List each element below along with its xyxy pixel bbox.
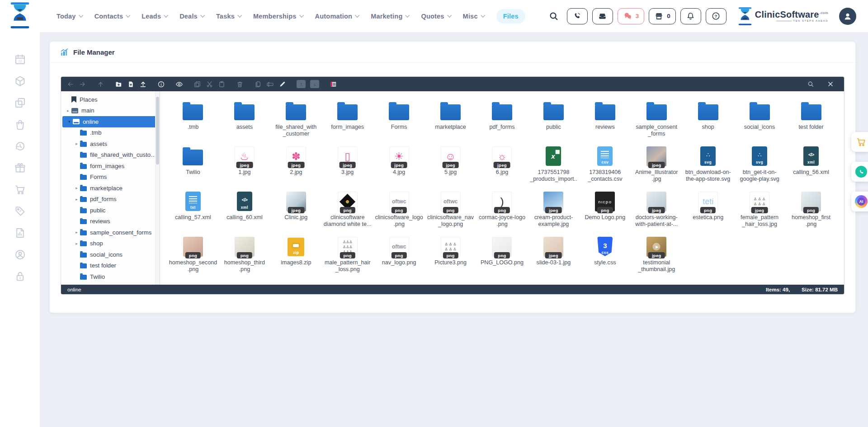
file-item[interactable]: ∴svgbtn_download-on- the-app-store.svg — [682, 140, 734, 184]
file-item[interactable]: ♨jpeg1.jpg — [219, 140, 270, 184]
floating-phone-button[interactable] — [851, 162, 868, 182]
toolbar-archive-button[interactable]: ↑ — [297, 80, 306, 88]
tree-item-sample_consent_forms[interactable]: ▸sample_consent_forms — [61, 227, 160, 238]
sidebar-cart-icon[interactable] — [14, 183, 26, 196]
file-item[interactable]: oftwcpngclinicsoftware_logo .png — [373, 185, 425, 229]
file-item[interactable]: oftwcpngnav_logo.png — [373, 230, 425, 274]
file-item[interactable]: x▦1737551798 _products_import.. — [528, 140, 579, 184]
tree-item-online[interactable]: ▾online — [62, 116, 158, 127]
tree-item-file_shared_with_customer[interactable]: file_shared_with_customer — [61, 150, 160, 161]
toolbar-preview-button[interactable] — [175, 80, 183, 88]
tree-scrollbar-thumb[interactable] — [156, 97, 159, 164]
sidebar-shopping-bag-icon[interactable] — [14, 118, 26, 131]
file-item[interactable]: ☺jpeg5.jpg — [425, 140, 476, 184]
nav-item-files[interactable]: Files — [496, 9, 525, 23]
phone-button[interactable] — [567, 8, 588, 24]
nav-item-leads[interactable]: Leads — [142, 13, 167, 20]
tree-item-form_images[interactable]: form_images — [61, 160, 160, 172]
clinicsoftware-logo-icon[interactable] — [9, 2, 30, 28]
tree-arrow[interactable]: ▸ — [73, 241, 80, 246]
toolbar-info-button[interactable] — [157, 80, 165, 88]
toolbar-delete-button[interactable] — [236, 80, 244, 88]
file-item[interactable]: social_icons — [734, 95, 785, 139]
file-item[interactable]: ☀jpeg4.jpg — [373, 140, 425, 184]
store-button[interactable]: 0 — [649, 8, 676, 24]
file-item[interactable]: pngPNG_LOGO.png — [476, 230, 528, 274]
brand-logo[interactable]: ClinicSoftware.com TEN STEPS AHEAD — [738, 7, 828, 25]
tree-arrow[interactable]: ▸ — [73, 230, 80, 235]
file-item[interactable]: public — [528, 95, 579, 139]
tree-item-forms[interactable]: Forms — [61, 172, 160, 183]
tree-arrow[interactable]: ▸ — [73, 186, 80, 190]
tree-arrow[interactable]: ▸ — [73, 141, 80, 146]
file-item[interactable]: shop — [682, 95, 734, 139]
file-item[interactable]: pnghomeshop_first .png — [785, 185, 837, 229]
toolbar-duplicate-button[interactable] — [254, 80, 262, 88]
nav-item-marketing[interactable]: Marketing — [371, 13, 409, 20]
tree-item-shop[interactable]: ▸shop — [61, 238, 160, 249]
toolbar-upload-button[interactable] — [139, 80, 147, 88]
file-item[interactable]: ♙♙♙ ♙♙♙ ♙♙♙pngmale_pattern_hair _loss.pn… — [322, 230, 373, 274]
nav-item-memberships[interactable]: Memberships — [253, 13, 303, 20]
help-button[interactable]: ? — [706, 8, 726, 24]
toolbar-paste-button[interactable] — [218, 80, 226, 88]
toolbar-search-icon[interactable] — [807, 80, 814, 88]
file-item[interactable]: Forms — [373, 95, 425, 139]
file-item[interactable]: assets — [219, 95, 270, 139]
toolbar-copy-button[interactable] — [193, 80, 201, 88]
file-item[interactable]: pngclinicsoftware diamond white te... — [322, 185, 373, 229]
file-item[interactable]: 3cssstyle.css — [579, 230, 631, 274]
user-avatar[interactable] — [839, 8, 856, 25]
nav-item-quotes[interactable]: Quotes — [421, 13, 450, 20]
file-item[interactable]: ∴svgbtn_get-it-on- google-play.svg — [734, 140, 785, 184]
file-item[interactable]: test folder — [785, 95, 837, 139]
file-item[interactable]: pnghomeshop_second .png — [167, 230, 219, 274]
file-item[interactable]: </>xmlcalling_56.xml — [785, 140, 837, 184]
search-icon[interactable] — [548, 11, 559, 21]
sidebar-account-icon[interactable] — [14, 249, 26, 261]
sidebar-calendar-icon[interactable]: 12 — [14, 53, 26, 66]
tree-item-reviews[interactable]: reviews — [61, 216, 160, 227]
nav-item-contacts[interactable]: Contacts — [94, 13, 130, 20]
sidebar-gift-icon[interactable] — [14, 162, 26, 174]
toolbar-new-folder-button[interactable] — [115, 80, 123, 88]
file-item[interactable]: sample_consent _forms — [631, 95, 682, 139]
toolbar-edit-button[interactable] — [278, 80, 286, 88]
file-item[interactable]: jpegslide-03-1.jpg — [528, 230, 579, 274]
file-item[interactable]: ♙ ♙ ♙ ♙ ♙ ♙jpegfemale_pattern _hair_loss… — [734, 185, 785, 229]
file-item[interactable]: txtcalling_57.xml — [167, 185, 219, 229]
toolbar-new-file-button[interactable] — [127, 80, 135, 88]
floating-ai-button[interactable]: AI — [851, 192, 868, 211]
sidebar-lock-icon[interactable] — [14, 270, 26, 282]
sidebar-copy-icon[interactable] — [14, 97, 26, 109]
tree-scrollbar[interactable] — [155, 91, 160, 285]
toolbar-rename-button[interactable] — [266, 80, 274, 88]
file-item[interactable]: pnghomeshop_third .png — [219, 230, 270, 274]
tree-item-twilio[interactable]: Twilio — [61, 271, 160, 282]
file-item[interactable]: </>xmlcalling_60.xml — [219, 185, 270, 229]
chat-button[interactable]: 3 — [618, 8, 645, 24]
file-item[interactable]: oftwcpngclinicsoftware_nav _logo.png — [425, 185, 476, 229]
file-item[interactable]: ▯jpeg3.jpg — [322, 140, 373, 184]
sidebar-report-icon[interactable] — [14, 227, 26, 239]
nav-item-tasks[interactable]: Tasks — [216, 13, 241, 20]
file-item[interactable]: jpegtestimonial _thumbnail.jpg — [631, 230, 682, 274]
nav-item-misc[interactable]: Misc — [463, 13, 484, 20]
toolbar-back-button[interactable] — [66, 80, 74, 88]
file-item[interactable]: tetipngestetica.png — [682, 185, 734, 229]
file-item[interactable]: zipimages8.zip — [270, 230, 322, 274]
nav-item-deals[interactable]: Deals — [179, 13, 204, 20]
sidebar-cube-icon[interactable] — [14, 75, 26, 87]
tree-item-main[interactable]: ▸main — [61, 105, 160, 117]
file-item[interactable]: ☼jpeg6.jpg — [476, 140, 528, 184]
tree-item-public[interactable]: public — [61, 205, 160, 216]
file-item[interactable]: .tmb — [167, 95, 219, 139]
sidebar-tag-icon[interactable] — [14, 205, 26, 217]
file-item[interactable]: pdf_forms — [476, 95, 528, 139]
file-item[interactable]: jpegAnime_Illustrator .jpg — [631, 140, 682, 184]
tree-item-pdf_forms[interactable]: ▸pdf_forms — [61, 194, 160, 205]
file-item[interactable]: file_shared_with _customer — [270, 95, 322, 139]
tree-item-test-folder[interactable]: test folder — [61, 260, 160, 272]
nav-item-today[interactable]: Today — [57, 13, 82, 20]
nav-item-automation[interactable]: Automation — [315, 13, 359, 20]
